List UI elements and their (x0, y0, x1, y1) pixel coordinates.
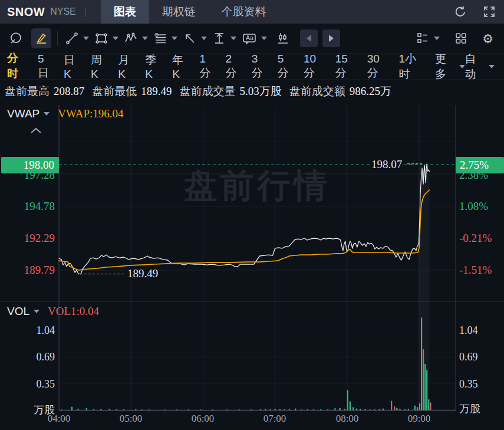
trendline-icon (65, 31, 79, 45)
chevron-down-icon (434, 37, 440, 40)
trendline-tool-button[interactable] (65, 31, 89, 45)
timeframe-daily[interactable]: 日K (64, 50, 81, 83)
volume-pane-header: VOL VOL1:0.04 (7, 305, 99, 318)
volume-axis-label: 1.04 (37, 324, 55, 337)
title-divider: | (84, 7, 87, 17)
chevron-down-icon[interactable] (34, 310, 39, 313)
chevron-down-icon (113, 37, 118, 40)
chevron-down-icon (172, 37, 177, 40)
stat-label: 盘前最低 (92, 84, 137, 99)
chevron-down-icon[interactable] (44, 112, 50, 116)
timeframe-1hour[interactable]: 1小时 (398, 48, 425, 84)
draw-tool-button[interactable] (31, 28, 51, 48)
stat-value: 189.49 (141, 85, 172, 98)
time-axis-label: 08:00 (327, 413, 368, 425)
timeframe-quarterly[interactable]: 季K (145, 50, 162, 83)
timeframe-monthly[interactable]: 月K (118, 50, 135, 83)
timeframe-yearly[interactable]: 年K (172, 50, 189, 83)
volume-axis-label: 0.69 (37, 350, 55, 363)
forward-arrow-icon (329, 35, 334, 42)
premarket-stats-bar: 盘前最高 208.87 盘前最低 189.49 盘前成交量 5.03万股 盘前成… (0, 80, 504, 103)
timeframe-3min[interactable]: 3分 (252, 50, 268, 83)
refresh-icon (453, 5, 467, 19)
text-annotation-icon: Aa (242, 31, 257, 45)
timeframe-more-dropdown[interactable]: 更多 (435, 51, 465, 82)
timeframe-15min[interactable]: 15分 (335, 50, 357, 83)
time-axis-label: 09:00 (398, 413, 440, 425)
refresh-button[interactable] (453, 5, 467, 19)
timeframe-2min[interactable]: 2分 (226, 50, 242, 83)
toolbar-divider (57, 31, 58, 45)
trading-app: SNOW NYSE | 图表 期权链 个股资料 (0, 0, 504, 430)
timeframe-10min[interactable]: 10分 (304, 50, 325, 83)
chevron-down-icon (142, 37, 148, 40)
back-arrow-icon (307, 35, 311, 42)
gann-lines-icon: G (153, 31, 167, 45)
timeframe-1min[interactable]: 1分 (199, 50, 215, 83)
collapse-pane-button[interactable] (30, 126, 42, 136)
tab-stock-info[interactable]: 个股资料 (209, 0, 279, 24)
tab-chart[interactable]: 图表 (101, 0, 149, 24)
fullscreen-icon (483, 5, 496, 18)
indicator-list-button[interactable] (416, 31, 440, 45)
price-measure-icon (212, 31, 226, 45)
session-high-label: 198.07 (370, 158, 404, 171)
measure-tool-button[interactable] (212, 31, 236, 45)
stat-label: 盘前最高 (5, 84, 50, 99)
wave-tool-button[interactable] (124, 31, 148, 45)
price-axis-label: 192.29 (24, 232, 55, 245)
chevron-down-icon (230, 37, 236, 40)
candlestick-icon (276, 31, 290, 45)
indicator-name[interactable]: VWAP (7, 107, 39, 120)
session-low-label: 189.49 (126, 267, 160, 280)
fullscreen-button[interactable] (483, 5, 496, 18)
indicator-name[interactable]: VOL (7, 305, 29, 318)
chevron-down-icon (261, 37, 267, 40)
price-axis-label: 194.78 (24, 200, 55, 213)
timeframe-5d[interactable]: 5日 (38, 50, 54, 83)
stat-premarket-volume: 盘前成交量 5.03万股 (180, 84, 282, 99)
candlestick-tool-button[interactable] (276, 31, 290, 45)
tab-option-chain[interactable]: 期权链 (149, 0, 209, 24)
stat-value: 986.25万 (350, 84, 391, 99)
arrow-icon (183, 31, 197, 45)
volume-axis-label: 1.04 (459, 324, 478, 337)
current-price-badge: 198.00 (1, 157, 59, 173)
stat-premarket-high: 盘前最高 208.87 (5, 84, 84, 99)
timeframe-5min[interactable]: 5分 (278, 50, 294, 83)
top-bar: SNOW NYSE | 图表 期权链 个股资料 (0, 0, 504, 24)
topbar-actions (453, 5, 496, 19)
layout-grid-button[interactable] (454, 31, 468, 45)
arrow-tool-button[interactable] (183, 31, 207, 45)
current-change-badge: 2.75% (456, 157, 504, 173)
gear-icon: ⚙ (482, 32, 493, 45)
redo-forward-button[interactable] (322, 29, 340, 47)
chart-type-auto-dropdown[interactable]: 自动 (465, 51, 495, 82)
toolbar-right-group: ⚙ (416, 31, 493, 45)
volume-axis-label: 0.35 (459, 378, 478, 390)
symbol-title: SNOW (7, 5, 45, 19)
stat-label: 盘前成交量 (180, 84, 236, 99)
timeframe-30min[interactable]: 30分 (367, 50, 389, 83)
stat-premarket-low: 盘前最低 189.49 (92, 84, 172, 99)
text-tool-button[interactable]: Aa (242, 31, 267, 45)
volume-axis-label: 0.35 (37, 378, 55, 390)
time-axis-label: 07:00 (254, 413, 295, 425)
magnet-tool-button[interactable] (8, 31, 24, 46)
gann-tool-button[interactable]: G (153, 31, 177, 45)
settings-button[interactable]: ⚙ (482, 32, 493, 45)
timeframe-weekly[interactable]: 周K (91, 50, 108, 83)
magnet-icon (8, 31, 24, 46)
wave-icon (124, 31, 138, 45)
pct-axis-label: -0.21% (459, 232, 492, 245)
timeframe-bar: 分时 5日 日K 周K 月K 季K 年K 1分 2分 3分 5分 10分 15分… (0, 54, 504, 80)
vwap-value: VWAP:196.04 (58, 107, 123, 120)
pencil-icon (34, 31, 48, 45)
rectangle-tool-button[interactable] (94, 31, 118, 45)
indicator-list-icon (416, 31, 430, 45)
text-tool-label: Aa (246, 34, 253, 41)
stat-value: 208.87 (54, 85, 84, 98)
time-axis-label: 04:00 (38, 413, 80, 425)
undo-back-button[interactable] (300, 29, 318, 47)
volume-axis-label: 0.69 (459, 350, 478, 363)
